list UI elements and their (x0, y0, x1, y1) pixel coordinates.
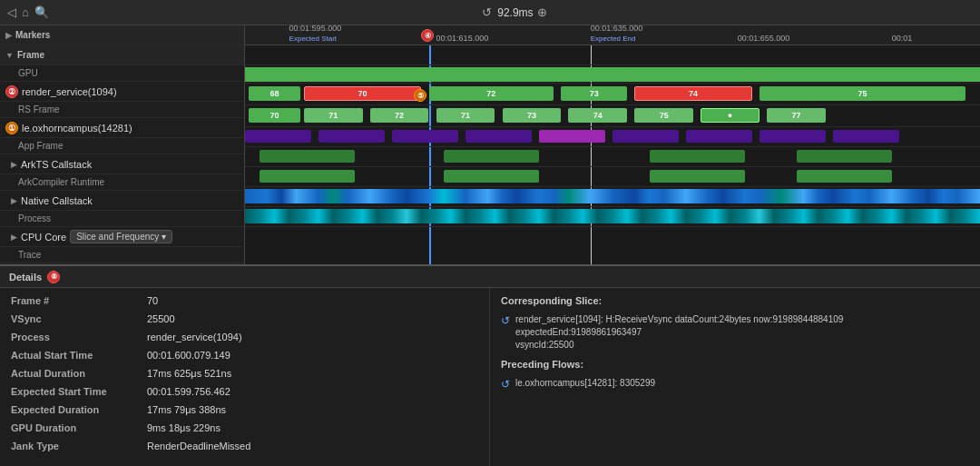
value-vsync: 25500 (147, 313, 175, 324)
af-75: 75 (634, 108, 693, 123)
block-68: 68 (249, 86, 300, 101)
label-frame: Frame # (11, 295, 147, 306)
arkts-row: ▶ ArkTS Callstack (0, 154, 244, 174)
render-service2-row[interactable]: render_service(1094) (0, 263, 244, 264)
detail-frame: Frame # 70 (11, 295, 478, 306)
preceding-flow-item-1[interactable]: ↺ le.oxhorncampus[14281]: 8305299 (501, 377, 969, 391)
af-71: 71 (304, 108, 363, 123)
track-gpu (245, 65, 980, 84)
le-oxhorn-badge: ① (5, 122, 18, 134)
cpu-core-label: CPU Core (21, 232, 66, 243)
time-display: 92.9ms (497, 6, 533, 19)
af-74: 74 (568, 108, 627, 123)
details-badge: ⑧ (47, 271, 60, 283)
native-block1 (260, 150, 355, 163)
block-70-red: 70 (304, 86, 422, 101)
slice-freq-button[interactable]: Slice and Frequency ▾ (70, 230, 172, 243)
label-vsync: VSync (11, 313, 147, 324)
badge-5-rs: ⑤ (414, 89, 426, 102)
app-frame-label: App Frame (18, 141, 63, 151)
tracks-area: 68 70 72 73 74 75 ⑤ 70 71 72 71 73 74 (245, 45, 980, 264)
detail-expected-dur: Expected Duration 17ms 79μs 388ns (11, 404, 478, 415)
time-marker-4: 00:01:655.000 (738, 34, 790, 43)
track-native (245, 147, 980, 167)
hiprofiler-bar (245, 209, 980, 223)
label-expected-dur: Expected Duration (11, 404, 147, 415)
frame-header-row: ▼ Frame (0, 45, 244, 65)
timeline-canvas: 00:01:595.000 Expected Start 00:01:615.0… (245, 25, 980, 264)
label-gpu-dur: GPU Duration (11, 422, 147, 433)
cpu-block1 (260, 170, 355, 183)
detail-jank: Jank Type RenderDeadlineMissed (11, 441, 478, 451)
dropdown-icon: ▾ (162, 232, 166, 242)
preceding-flow-text-1: le.oxhorncampus[14281]: 8305299 (515, 377, 655, 390)
details-panel: Details ⑧ Frame # 70 VSync 25500 Process… (0, 266, 980, 466)
detail-expected-start: Expected Start Time 00:01.599.756.462 (11, 386, 478, 397)
value-expected-start: 00:01.599.756.462 (147, 386, 230, 397)
track-markers (245, 45, 980, 65)
arkts-block9 (833, 130, 899, 143)
search-icon[interactable]: 🔍 (34, 5, 49, 19)
time-ruler: 00:01:595.000 Expected Start 00:01:615.0… (245, 25, 980, 45)
time-marker-5: 00:01 (892, 34, 913, 43)
af-71b: 71 (436, 108, 495, 123)
gpu-label: GPU (18, 68, 38, 78)
le-oxhorn-label: le.oxhorncampus(14281) (22, 123, 132, 134)
gpu-bar (245, 67, 980, 82)
le-oxhorn-row[interactable]: ① le.oxhorncampus(14281) (0, 118, 244, 138)
value-frame: 70 (147, 295, 158, 306)
render-badge: ② (5, 85, 18, 98)
track-app-frame[interactable]: 70 71 72 71 73 74 75 ● 77 (245, 105, 980, 127)
af-73: 73 (503, 108, 562, 123)
corr-slice-item-1[interactable]: ↺ render_service[1094]: H:ReceiveVsync d… (501, 313, 969, 352)
detail-process: Process render_service(1094) (11, 332, 478, 342)
markers-row: ▶ Markers (0, 25, 244, 45)
corr-slice-title: Corresponding Slice: (501, 295, 969, 306)
af-72: 72 (370, 108, 429, 123)
rs-frame-row: RS Frame (0, 102, 244, 118)
value-gpu-dur: 9ms 18μs 229ns (147, 422, 220, 433)
corr-slice-icon-1: ↺ (501, 314, 510, 327)
track-cpu-trace (245, 167, 980, 187)
native-block3 (650, 150, 745, 163)
detail-actual-dur: Actual Duration 17ms 625μs 521ns (11, 368, 478, 379)
time-marker-3: 00:01:635.000 Expected End (591, 25, 643, 43)
value-expected-dur: 17ms 79μs 388ns (147, 404, 226, 415)
native-block4 (797, 150, 892, 163)
value-actual-dur: 17ms 625μs 521ns (147, 368, 231, 379)
label-expected-start: Expected Start Time (11, 386, 147, 397)
labels-panel: ▶ Markers ▼ Frame GPU ② render_service(1… (0, 25, 245, 264)
cpu-block2 (444, 170, 539, 183)
main-area: ▶ Markers ▼ Frame GPU ② render_service(1… (0, 25, 980, 466)
timeline-section: ▶ Markers ▼ Frame GPU ② render_service(1… (0, 25, 980, 266)
corr-slice-text-1: render_service[1094]: H:ReceiveVsync dat… (515, 313, 969, 352)
track-rs-frame[interactable]: 68 70 72 73 74 75 ⑤ (245, 84, 980, 105)
preceding-flow-icon-1: ↺ (501, 378, 510, 391)
render-service-row[interactable]: ② render_service(1094) (0, 82, 244, 102)
af-70: 70 (249, 108, 300, 123)
arkts-block3 (392, 130, 458, 143)
cpu-block3 (650, 170, 745, 183)
trace-label: Trace (18, 250, 41, 260)
back-icon[interactable]: ◁ (7, 5, 16, 19)
af-green-badge: ● (701, 108, 760, 123)
arkts-block8 (760, 130, 826, 143)
value-process: render_service(1094) (147, 332, 242, 342)
native-block2 (444, 150, 539, 163)
render-service-label: render_service(1094) (22, 86, 117, 97)
arkts-block2 (318, 130, 385, 143)
label-actual-start: Actual Start Time (11, 350, 147, 361)
label-jank: Jank Type (11, 441, 147, 451)
expand-icon[interactable]: ⊕ (537, 5, 547, 19)
label-process: Process (11, 332, 147, 342)
arkts-block1 (245, 130, 311, 143)
markers-label: Markers (15, 30, 50, 40)
arkts-block4 (466, 130, 532, 143)
preceding-flows-title: Preceding Flows: (501, 359, 969, 370)
home-icon[interactable]: ⌂ (22, 5, 29, 19)
arkcompiler-row: ArkCompiler Runtime (0, 174, 244, 191)
block-73: 73 (561, 86, 627, 101)
value-actual-start: 00:01.600.079.149 (147, 350, 230, 361)
arkts-block7 (686, 130, 752, 143)
refresh-icon[interactable]: ↺ (482, 5, 492, 19)
